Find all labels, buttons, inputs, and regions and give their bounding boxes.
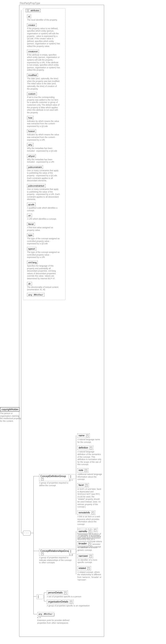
connector	[76, 531, 76, 574]
def-child-remoteInfo: remoteInfo +A link to an item or a web r…	[77, 510, 102, 526]
attribute-box: how	[27, 116, 33, 120]
element-box: name +	[77, 434, 90, 438]
attribute-desc: The directionality of textual content (e…	[27, 286, 60, 291]
root-label: copyrightHolder	[1, 408, 18, 411]
expand-icon[interactable]: +	[84, 469, 87, 472]
element-desc: In NAR 1.8 and later, facet is deprecate…	[77, 488, 102, 508]
connector	[21, 10, 21, 533]
connector	[33, 551, 39, 551]
any-other-desc: Extension point for provider-defined pro…	[37, 619, 73, 624]
attribute-box: uri	[27, 214, 32, 217]
any-other-element: any ##other 0..∞ Extension point for pro…	[37, 612, 73, 624]
expand-icon[interactable]: +	[88, 542, 91, 545]
occurs: 0..∞	[69, 554, 73, 556]
choice-compositor: 0..∞	[69, 474, 77, 480]
attribute-howuri: howuriIndicates by which means the value…	[27, 129, 64, 141]
connector	[44, 592, 46, 593]
def-child-name: name +A natural language name for the co…	[77, 434, 102, 443]
attribute-modified: modifiedThe date (and, optionally, the t…	[27, 73, 64, 90]
attribute-desc: The local identifier of the property.	[27, 19, 60, 21]
expand-icon[interactable]: +	[89, 555, 92, 558]
connector	[33, 476, 34, 614]
occurs: 0..∞	[69, 479, 73, 481]
attributes-label: attributes	[31, 9, 39, 12]
sequence-compositor: •••	[23, 531, 31, 536]
attribute-box: xml:lang	[27, 260, 38, 264]
expand-icon[interactable]: +	[85, 484, 88, 487]
rel-child-broader: broader +An identifier of a more generic…	[77, 542, 102, 551]
attribute-box: id	[27, 14, 31, 18]
attribute-desc: Indicates by which means the value was e…	[27, 134, 60, 141]
expand-icon[interactable]: +	[89, 447, 92, 449]
attribute-desc: The type of the concept assigned as cont…	[27, 251, 60, 259]
occurs: 0..∞	[37, 616, 73, 618]
attribute-box: pubconstraint	[27, 165, 43, 169]
expand-icon[interactable]: +	[64, 592, 67, 594]
expand-icon[interactable]: +	[41, 478, 44, 480]
attribute-xml-lang: xml:langSpecifies the language of this p…	[27, 260, 64, 280]
attribute-box: type	[27, 233, 34, 237]
element-box: sameAs +	[77, 529, 92, 534]
attribute-box: creatoruri	[27, 50, 39, 53]
choice-compositor: 0..∞	[69, 549, 77, 554]
attribute-desc: Specifies the language of this property …	[27, 265, 60, 280]
element-box: narrower +	[77, 554, 93, 558]
person-details: personDetails + A set of properties spec…	[47, 590, 85, 598]
group-desc: A group of properties required to indica…	[39, 556, 73, 564]
attribute-desc: The date (and, optionally, the time) whe…	[27, 77, 60, 90]
attribute-typeuri: typeuriThe type of the concept assigned …	[27, 247, 64, 259]
element-box: definition +	[77, 446, 93, 450]
attribute-box: whyuri	[27, 154, 36, 158]
expand-icon[interactable]: +	[89, 530, 91, 533]
attribute-desc: A free-text value assigned as property v…	[27, 226, 60, 231]
attribute-box: qcode	[27, 202, 36, 206]
attribute-creator: creatorIf the property value is not defi…	[27, 23, 64, 48]
attribute-desc: One or many constraints that apply to pu…	[27, 188, 60, 201]
attributes-icon	[27, 9, 29, 12]
attribute-desc: If set to true the corresponding propert…	[27, 96, 60, 114]
concept-relationships-group: ConceptRelationshipsGroup + A group of p…	[39, 549, 73, 564]
attributes-title: attributes	[26, 9, 41, 12]
element-box: broader +	[77, 542, 92, 546]
rel-child-related: related +A related concept, where the re…	[77, 566, 102, 581]
connector	[31, 533, 33, 533]
def-child-facet: facet +In NAR 1.8 and later, facet is de…	[77, 483, 102, 508]
connector	[17, 410, 19, 410]
element-box: organisationDetails +	[47, 600, 74, 604]
group-box: ConceptDefinitionGroup +	[39, 474, 70, 481]
def-child-note: note +Additional natural language inform…	[77, 468, 102, 481]
attributes-container: attributes idThe local identifier of the…	[23, 8, 66, 300]
def-child-definition: definition +A natural language definitio…	[77, 446, 102, 466]
choice-compositor	[36, 594, 44, 600]
root-desc: The person or organisation claiming the …	[0, 412, 21, 422]
element-desc: A set of properties specific to a person	[47, 596, 85, 598]
element-label: personDetails	[48, 591, 63, 594]
element-box: facet +	[77, 483, 89, 487]
concept-definition-group: ConceptDefinitionGroup + A group of prop…	[39, 474, 70, 487]
group-desc: A group of properties required to define…	[39, 482, 70, 487]
group-label: ConceptRelationshipsGroup	[40, 550, 70, 552]
expand-icon[interactable]: +	[41, 552, 44, 555]
element-desc: An identifier of a concept with equivale…	[77, 534, 102, 539]
attribute-desc: Why the metadata has been included - exp…	[27, 158, 60, 163]
element-box: personDetails +	[47, 590, 68, 595]
attribute-box: literal	[27, 222, 35, 226]
attribute-whyuri: whyuriWhy the metadata has been included…	[27, 154, 64, 163]
expand-icon[interactable]: +	[70, 601, 72, 603]
type-name: FlexPartyPropType	[20, 2, 40, 4]
any-other-box: any ##other	[27, 293, 44, 296]
element-box: note +	[77, 468, 88, 472]
attribute-desc: One or many constraints that apply to pu…	[27, 169, 60, 182]
element-desc: A natural language definition of the sem…	[77, 450, 102, 466]
attribute-creatoruri: creatoruriIf the attribute is empty, spe…	[27, 50, 64, 71]
attribute-desc: If the attribute is empty, specifies whi…	[27, 54, 60, 71]
expand-icon[interactable]: +	[87, 567, 90, 570]
attribute-desc: The type of the concept assigned as cont…	[27, 237, 60, 245]
expand-icon[interactable]: +	[86, 434, 89, 437]
attribute-uri: uriA URI which identifies a concept.	[27, 214, 64, 220]
choice-icon	[69, 549, 77, 554]
element-desc: A related concept, where the relationshi…	[77, 571, 102, 581]
organisation-details: organisationDetails + A group of propert…	[47, 600, 90, 607]
expand-icon[interactable]: +	[91, 512, 94, 514]
group-label: ConceptDefinitionGroup	[40, 475, 66, 478]
